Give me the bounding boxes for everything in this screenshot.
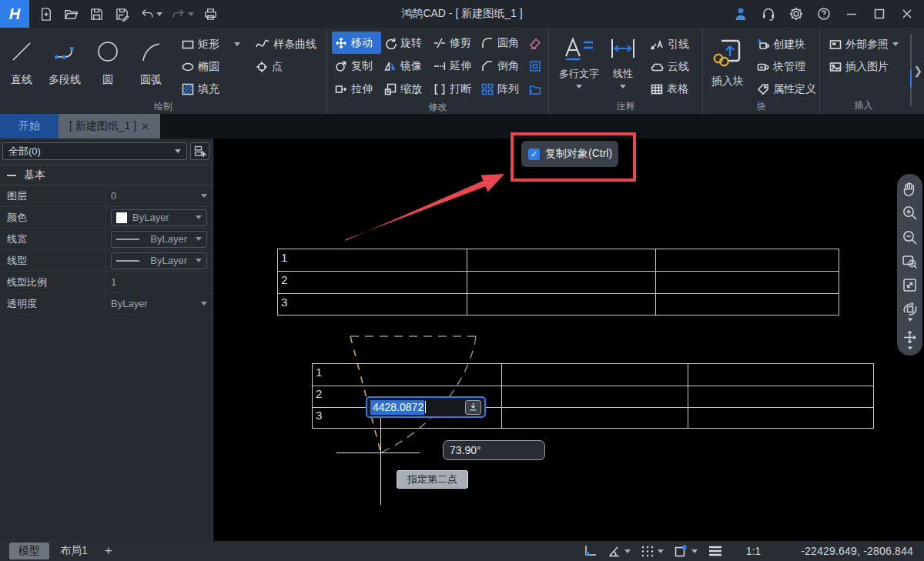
linear-flyout-caret[interactable] — [620, 85, 626, 88]
ltscale-value-field[interactable]: 1 — [106, 272, 213, 292]
orbit-button[interactable] — [902, 302, 919, 322]
settings-gear-icon[interactable] — [787, 5, 805, 23]
tool-spline[interactable]: 样条曲线 — [253, 33, 320, 55]
tool-rotate[interactable]: 旋转 — [381, 32, 430, 54]
transparency-value-dropdown[interactable]: ByLayer — [106, 293, 213, 314]
tab-document[interactable]: [ 新建图纸_1 ] ✕ — [59, 114, 160, 139]
polar-tracking-toggle[interactable] — [608, 545, 631, 558]
tool-line[interactable]: 直线 — [0, 30, 43, 85]
tool-mirror[interactable]: 镜像 — [381, 55, 430, 77]
tool-break[interactable]: 打断 — [430, 78, 478, 100]
chevron-down-icon[interactable] — [658, 549, 664, 553]
tool-scale[interactable]: 缩放 — [381, 78, 430, 100]
rectangle-flyout-caret[interactable] — [234, 42, 240, 46]
save-button[interactable] — [87, 5, 105, 23]
tool-linear-dim[interactable]: 线性 — [604, 30, 641, 88]
chevron-down-icon[interactable] — [907, 346, 912, 349]
tool-mtext[interactable]: 多行文字 — [554, 30, 604, 88]
undo-dropdown-caret[interactable] — [156, 12, 162, 16]
tool-polyline[interactable]: 多段线 — [43, 30, 86, 85]
input-history-button[interactable] — [465, 400, 481, 415]
ribbon-scrollbar-thumb[interactable] — [910, 70, 912, 87]
ribbon-panel-annotate: 多行文字 线性 引线 云线 — [548, 28, 702, 114]
layer-value-dropdown[interactable]: 0 — [106, 185, 213, 206]
zoom-extents-button[interactable] — [902, 277, 918, 293]
redo-button[interactable] — [169, 5, 188, 23]
save-as-button[interactable] — [112, 5, 131, 23]
xref-flyout-caret[interactable] — [892, 42, 899, 46]
copy-checkbox[interactable]: ✓ — [528, 149, 540, 160]
mtext-flyout-caret[interactable] — [576, 85, 582, 88]
zoom-window-button[interactable] — [902, 253, 918, 269]
quick-select-button[interactable] — [190, 142, 209, 160]
tool-point[interactable]: 点 — [253, 55, 320, 78]
tool-extend[interactable]: 延伸 — [430, 55, 478, 77]
tool-revision-cloud[interactable]: 云线 — [648, 55, 692, 78]
tool-block-manager[interactable]: 块管理 — [754, 55, 819, 78]
close-button[interactable] — [898, 5, 916, 23]
tool-hatch[interactable]: 填充 — [179, 78, 243, 100]
tool-explode-folder[interactable] — [526, 78, 544, 100]
chevron-down-icon[interactable] — [691, 549, 698, 553]
status-bar: 模型 布局1 + 1:1 -22429.649, -2806.8 — [0, 541, 924, 561]
object-snap-toggle[interactable] — [674, 544, 698, 558]
tool-insert-image[interactable]: 插入图片 — [826, 55, 902, 78]
open-file-button[interactable] — [62, 5, 80, 23]
model-space-tab[interactable]: 模型 — [9, 543, 49, 559]
undo-button[interactable] — [138, 5, 156, 23]
tool-copy[interactable]: 复制 — [332, 55, 381, 77]
maximize-button[interactable] — [870, 5, 889, 23]
tool-insert-block[interactable]: 插入块 — [706, 30, 749, 87]
tool-stretch[interactable]: 拉伸 — [332, 78, 381, 100]
tool-leader[interactable]: 引线 — [648, 33, 692, 55]
selection-filter-dropdown[interactable]: 全部(0) — [2, 142, 187, 160]
tool-rectangle[interactable]: 矩形 — [179, 33, 243, 55]
minimize-button[interactable] — [842, 5, 861, 23]
pan-button[interactable] — [902, 181, 918, 197]
lineweight-value-dropdown[interactable]: ByLayer — [111, 231, 207, 248]
tool-move[interactable]: 移动 — [332, 32, 381, 54]
ribbon-expand-chevron-icon[interactable]: ❯ — [913, 65, 922, 77]
drawing-canvas[interactable]: ✓ 复制对象(Ctrl) 1 2 3 1 2 3 4428.08 — [213, 139, 924, 541]
tool-offset[interactable] — [526, 55, 544, 77]
lineweight-display-toggle[interactable] — [708, 545, 723, 557]
move-view-button[interactable] — [902, 329, 918, 350]
print-button[interactable] — [201, 5, 219, 23]
tool-arc[interactable]: 圆弧 — [129, 30, 172, 85]
section-basic[interactable]: 基本 — [0, 165, 213, 185]
line-icon — [8, 30, 35, 73]
tool-ellipse[interactable]: 椭圆 — [179, 55, 243, 78]
tool-xref[interactable]: 外部参照 — [826, 33, 902, 55]
tool-table[interactable]: 表格 — [648, 78, 692, 100]
chevron-down-icon[interactable] — [907, 318, 912, 321]
help-icon[interactable] — [815, 5, 833, 23]
layout1-tab[interactable]: 布局1 — [60, 544, 88, 558]
tab-start[interactable]: 开始 — [0, 114, 59, 139]
tab-close-icon[interactable]: ✕ — [141, 121, 149, 132]
linetype-value-dropdown[interactable]: ByLayer — [111, 252, 207, 269]
add-layout-button[interactable]: + — [105, 543, 112, 559]
zoom-in-button[interactable] — [902, 205, 918, 221]
tool-attribute-define[interactable]: 属性定义 — [754, 78, 819, 100]
new-file-button[interactable] — [36, 5, 55, 23]
tool-circle[interactable]: 圆 — [86, 30, 129, 85]
tool-fillet[interactable]: 圆角 — [478, 32, 526, 54]
leader-icon — [651, 38, 664, 51]
app-logo[interactable]: H — [0, 0, 29, 28]
tool-eraser[interactable] — [526, 32, 544, 54]
user-account-icon[interactable] — [732, 5, 750, 23]
color-value-dropdown[interactable]: ByLayer — [111, 209, 207, 226]
annotation-scale[interactable]: 1:1 — [746, 545, 761, 557]
tool-chamfer[interactable]: 倒角 — [478, 55, 526, 77]
redo-dropdown-caret[interactable] — [188, 12, 194, 16]
grid-snap-toggle[interactable] — [641, 545, 664, 558]
tool-trim[interactable]: 修剪 — [430, 32, 478, 54]
lineweight-rows-icon — [708, 545, 723, 557]
ortho-toggle[interactable] — [583, 544, 598, 558]
tool-create-block[interactable]: 创建块 — [754, 33, 819, 55]
distance-input[interactable]: 4428.0872 — [366, 396, 486, 418]
support-headset-icon[interactable] — [759, 5, 778, 23]
zoom-out-button[interactable] — [902, 229, 918, 245]
chevron-down-icon[interactable] — [624, 549, 631, 553]
tool-array[interactable]: 阵列 — [478, 78, 526, 100]
